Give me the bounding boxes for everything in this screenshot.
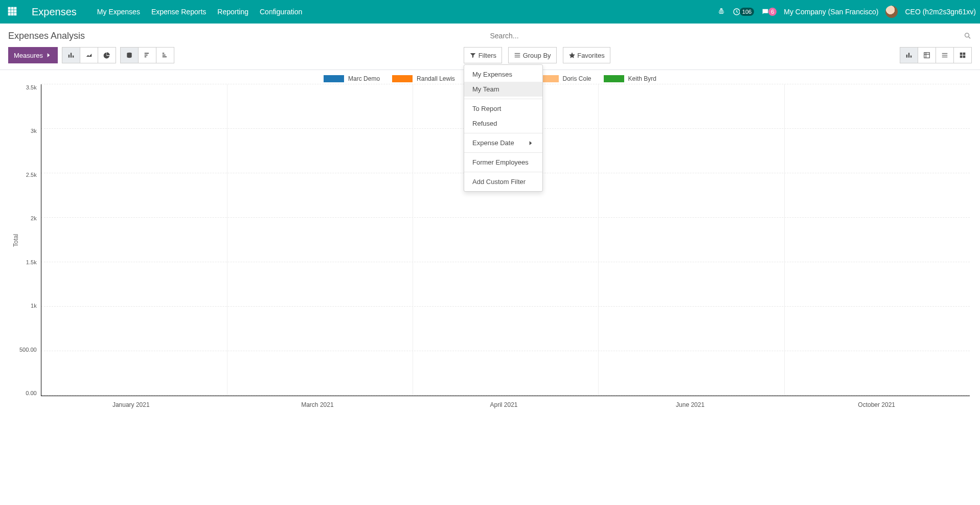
svg-rect-7 — [11, 13, 14, 15]
view-kanban-button[interactable] — [954, 47, 972, 63]
sort-desc-button[interactable] — [139, 47, 156, 63]
filters-button[interactable]: Filters — [464, 47, 502, 63]
y-tick: 500.00 — [19, 347, 37, 353]
view-list-button[interactable] — [936, 47, 954, 63]
bar-chart-icon — [67, 52, 75, 59]
svg-line-11 — [969, 37, 970, 38]
svg-rect-5 — [14, 10, 16, 12]
svg-rect-37 — [963, 56, 966, 58]
view-pivot-button[interactable] — [918, 47, 936, 63]
legend-label: Marc Demo — [348, 75, 380, 82]
svg-rect-1 — [11, 7, 14, 9]
y-tick: 3.5k — [19, 84, 37, 90]
sort-desc-icon — [144, 52, 151, 59]
app-brand[interactable]: Expenses — [32, 6, 77, 18]
filters-label: Filters — [478, 52, 496, 59]
kanban-icon — [959, 52, 966, 59]
y-tick: 2k — [19, 215, 37, 221]
control-panel: Expenses Analysis Measures — [0, 24, 980, 70]
nav-expense-reports[interactable]: Expense Reports — [151, 8, 206, 16]
pie-chart-icon — [103, 52, 110, 59]
groupby-label: Group By — [523, 52, 551, 59]
svg-rect-25 — [906, 55, 907, 58]
legend-swatch — [604, 75, 624, 82]
filter-add-custom[interactable]: Add Custom Filter — [464, 174, 542, 189]
svg-rect-19 — [162, 56, 166, 57]
svg-rect-35 — [963, 53, 966, 55]
y-tick: 1.5k — [19, 259, 37, 265]
x-tick: March 2021 — [224, 396, 411, 408]
filter-to-report[interactable]: To Report — [464, 101, 542, 116]
svg-rect-18 — [144, 56, 146, 57]
divider — [464, 172, 542, 172]
y-tick: 1k — [19, 303, 37, 309]
company-switcher[interactable]: My Company (San Francisco) — [784, 8, 878, 16]
avatar[interactable] — [885, 6, 898, 18]
favorites-label: Favorites — [577, 52, 604, 59]
svg-rect-27 — [910, 56, 911, 58]
sort-asc-icon — [162, 52, 169, 59]
svg-rect-28 — [924, 53, 930, 58]
filter-my-expenses[interactable]: My Expenses — [464, 67, 542, 82]
stacked-button[interactable] — [120, 47, 139, 63]
svg-rect-34 — [960, 53, 963, 55]
legend-label: Randall Lewis — [417, 75, 455, 82]
divider — [464, 133, 542, 133]
nav-my-expenses[interactable]: My Expenses — [97, 8, 140, 16]
legend-label: Keith Byrd — [628, 75, 656, 82]
favorites-button[interactable]: Favorites — [563, 47, 610, 63]
filter-expense-date[interactable]: Expense Date — [464, 135, 542, 150]
filter-icon — [469, 52, 476, 59]
line-chart-button[interactable] — [80, 47, 98, 63]
debug-icon[interactable] — [717, 8, 725, 16]
search-box[interactable] — [490, 30, 972, 42]
svg-rect-36 — [960, 56, 963, 58]
svg-point-10 — [965, 33, 969, 37]
main-navbar: Expenses My Expenses Expense Reports Rep… — [0, 0, 980, 24]
legend-item[interactable]: Doris Cole — [538, 75, 591, 82]
svg-rect-14 — [73, 56, 74, 58]
caret-right-icon — [45, 52, 52, 59]
activities-icon[interactable]: 106 — [733, 8, 754, 16]
svg-rect-20 — [162, 55, 165, 56]
svg-rect-24 — [515, 57, 520, 57]
apps-icon[interactable] — [4, 6, 20, 18]
pie-chart-button[interactable] — [98, 47, 116, 63]
measures-label: Measures — [14, 52, 43, 59]
legend-swatch — [324, 75, 344, 82]
x-tick: June 2021 — [597, 396, 784, 408]
divider — [464, 99, 542, 99]
bar-chart-button[interactable] — [62, 47, 80, 63]
x-axis: January 2021March 2021April 2021June 202… — [38, 396, 970, 408]
legend-item[interactable]: Keith Byrd — [604, 75, 656, 82]
svg-rect-33 — [942, 57, 948, 57]
svg-rect-12 — [68, 55, 69, 58]
legend-item[interactable]: Marc Demo — [324, 75, 380, 82]
svg-rect-26 — [908, 53, 909, 57]
svg-rect-8 — [14, 13, 16, 15]
list-icon — [514, 52, 521, 59]
legend-swatch — [392, 75, 413, 82]
filter-my-team[interactable]: My Team — [464, 82, 542, 97]
search-icon[interactable] — [964, 32, 972, 40]
legend-item[interactable]: Randall Lewis — [392, 75, 455, 82]
svg-rect-16 — [144, 53, 148, 54]
discuss-icon[interactable]: 6 — [761, 8, 777, 16]
nav-reporting[interactable]: Reporting — [217, 8, 248, 16]
user-menu[interactable]: CEO (h2m2s3gn61xv) — [905, 8, 976, 16]
search-input[interactable] — [490, 30, 960, 42]
page-title: Expenses Analysis — [8, 31, 85, 41]
measures-button[interactable]: Measures — [8, 47, 58, 63]
filter-former-employees[interactable]: Former Employees — [464, 155, 542, 170]
filter-refused[interactable]: Refused — [464, 116, 542, 131]
view-graph-button[interactable] — [900, 47, 918, 63]
caret-right-icon — [527, 140, 534, 147]
groupby-button[interactable]: Group By — [508, 47, 557, 63]
nav-configuration[interactable]: Configuration — [260, 8, 302, 16]
pivot-icon — [923, 52, 930, 59]
x-tick: October 2021 — [783, 396, 970, 408]
svg-rect-17 — [144, 55, 147, 56]
bar-chart-icon — [905, 52, 913, 59]
sort-asc-button[interactable] — [156, 47, 174, 63]
y-axis-title: Total — [10, 84, 19, 396]
